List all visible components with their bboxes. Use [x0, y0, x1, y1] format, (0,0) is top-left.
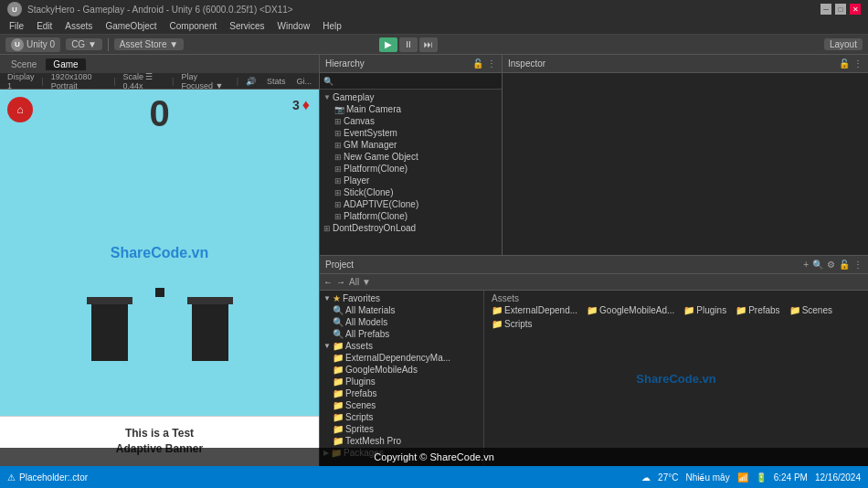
inspector-panel: Inspector 🔓 ⋮: [503, 55, 868, 255]
project-panel: Project + 🔍 ⚙ 🔓 ⋮ ← → All ▼ ▼ ★ Favorit: [320, 256, 868, 466]
menu-services[interactable]: Services: [224, 20, 270, 32]
inspector-content: [503, 73, 868, 255]
project-forward-icon[interactable]: →: [336, 277, 345, 287]
platform-group: [91, 297, 228, 361]
asset-store-pill[interactable]: Asset Store ▼: [114, 38, 184, 50]
asset-googlemobile[interactable]: 📁 GoogleMobileAd...: [583, 304, 678, 316]
pause-button[interactable]: ⏸: [399, 37, 418, 52]
maximize-button[interactable]: □: [835, 4, 846, 15]
battery-icon: 🔋: [756, 472, 767, 483]
tree-item-newgameobject[interactable]: ⊞ New Game Object: [320, 151, 502, 163]
tree-item-stick[interactable]: ⊞ Stick(Clone): [320, 186, 502, 198]
project-lock-icon[interactable]: 🔓: [839, 260, 850, 270]
gizmos-btn[interactable]: Gi...: [292, 77, 315, 86]
scale-control[interactable]: Scale ☰ 0.44x: [119, 72, 168, 90]
project-search-icon[interactable]: 🔍: [812, 260, 823, 270]
game-content: ⌂ 0 3 ♦: [0, 90, 319, 416]
asset-extdep[interactable]: 📁 ExternalDepend...: [488, 304, 581, 316]
resolution-select[interactable]: 1920x1080 Portrait: [48, 72, 110, 90]
textmesh-item[interactable]: 📁 TextMesh Pro: [320, 435, 483, 447]
item-label: Stick(Clone): [344, 187, 393, 197]
tree-item-gmmanager[interactable]: ⊞ GM Manager: [320, 139, 502, 151]
tab-scene[interactable]: Scene: [4, 58, 44, 70]
project-back-icon[interactable]: ←: [323, 277, 333, 287]
menu-edit[interactable]: Edit: [31, 20, 58, 32]
scripts-item[interactable]: 📁 Scripts: [320, 411, 483, 423]
asset-plugins[interactable]: 📁 Plugins: [680, 304, 730, 316]
item-label: DontDestroyOnLoad: [333, 223, 416, 233]
game-home-button[interactable]: ⌂: [7, 97, 33, 122]
cg-pill[interactable]: CG ▼: [66, 38, 102, 50]
google-ads-item[interactable]: 📁 GoogleMobileAds: [320, 364, 483, 376]
tree-item-dontdestroy[interactable]: ⊞ DontDestroyOnLoad: [320, 222, 502, 234]
menu-assets[interactable]: Assets: [59, 20, 98, 32]
asset-label: Scenes: [802, 305, 832, 315]
tree-item-platform1[interactable]: ⊞ Platform(Clone): [320, 163, 502, 175]
unity-label: Unity 0: [26, 39, 55, 49]
mute-audio[interactable]: 🔊: [242, 77, 259, 86]
plugins-item[interactable]: 📁 Plugins: [320, 376, 483, 387]
tree-item-maincamera[interactable]: 📷 Main Camera: [320, 103, 502, 115]
folder-icon: 📁: [333, 424, 344, 434]
all-prefabs-item[interactable]: 🔍 All Prefabs: [320, 328, 483, 340]
stats-btn[interactable]: Stats: [263, 77, 290, 86]
item-label: Main Camera: [346, 104, 401, 114]
scenes-item[interactable]: 📁 Scenes: [320, 399, 483, 411]
tree-item-gameplay[interactable]: ▼ Gameplay: [320, 91, 502, 103]
all-models-item[interactable]: 🔍 All Models: [320, 316, 483, 328]
inspector-lock-icon[interactable]: 🔓: [839, 58, 850, 69]
tree-item-canvas[interactable]: ⊞ Canvas: [320, 115, 502, 127]
platform-icon: ⊞: [334, 164, 342, 174]
sprites-item[interactable]: 📁 Sprites: [320, 423, 483, 435]
tree-item-platform2[interactable]: ⊞ Platform(Clone): [320, 210, 502, 222]
favorites-group[interactable]: ▼ ★ Favorites: [320, 292, 483, 304]
project-gear-icon[interactable]: ⚙: [827, 260, 835, 270]
project-add-icon[interactable]: +: [803, 260, 809, 270]
unity-version-pill[interactable]: U Unity 0: [5, 37, 60, 52]
menu-component[interactable]: Component: [164, 20, 223, 32]
asset-scripts[interactable]: 📁 Scripts: [488, 318, 536, 330]
menu-help[interactable]: Help: [317, 20, 347, 32]
menu-gameobject[interactable]: GameObject: [100, 20, 162, 32]
item-label: Plugins: [345, 377, 376, 387]
event-icon: ⊞: [334, 129, 342, 138]
titlebar: U StackyHero - Gameplay - Android - Unit…: [0, 0, 868, 18]
toolbar: U Unity 0 CG ▼ Asset Store ▼ ▶ ⏸ ⏭ Layou…: [0, 35, 868, 55]
hierarchy-search-input[interactable]: [333, 76, 498, 86]
asset-scenes[interactable]: 📁 Scenes: [786, 304, 836, 316]
play-button[interactable]: ▶: [379, 37, 397, 52]
assets-group[interactable]: ▼ 📁 Assets: [320, 340, 483, 352]
close-button[interactable]: ✕: [850, 4, 861, 15]
item-label: Scenes: [345, 400, 376, 410]
search-icon: 🔍: [323, 77, 333, 86]
toolbar-right: Layout: [824, 38, 863, 50]
all-materials-item[interactable]: 🔍 All Materials: [320, 304, 483, 316]
right-top-row: Hierarchy 🔓 ⋮ 🔍 ▼ Gameplay 📷 Main Camer: [320, 55, 868, 256]
tree-item-adaptive[interactable]: ⊞ ADAPTIVE(Clone): [320, 198, 502, 210]
inspector-menu-icon[interactable]: ⋮: [853, 58, 863, 69]
asset-prefabs[interactable]: 📁 Prefabs: [732, 304, 783, 316]
prefabs-item[interactable]: 📁 Prefabs: [320, 387, 483, 399]
project-title: Project: [325, 260, 799, 270]
item-label: GM Manager: [344, 140, 397, 150]
temperature: 27°C: [658, 472, 678, 483]
tree-item-eventsystem[interactable]: ⊞ EventSystem: [320, 127, 502, 139]
menu-window[interactable]: Window: [272, 20, 316, 32]
asset-label: Prefabs: [748, 305, 779, 315]
tree-item-player[interactable]: ⊞ Player: [320, 175, 502, 186]
minimize-button[interactable]: ─: [820, 4, 831, 15]
project-menu-icon[interactable]: ⋮: [853, 260, 863, 270]
assets-label: Assets: [345, 341, 373, 351]
ext-dep-item[interactable]: 📁 ExternalDependencyMa...: [320, 352, 483, 364]
menu-file[interactable]: File: [4, 20, 29, 32]
play-focused[interactable]: Play Focused ▼: [177, 72, 232, 90]
hierarchy-menu-icon[interactable]: ⋮: [487, 58, 496, 69]
step-button[interactable]: ⏭: [419, 37, 438, 52]
tab-game[interactable]: Game: [46, 58, 85, 70]
display-select[interactable]: Display 1: [4, 72, 38, 90]
layout-pill[interactable]: Layout: [824, 38, 863, 50]
hierarchy-lock-icon[interactable]: 🔓: [472, 58, 483, 69]
game-watermark: ShareCode.vn: [111, 245, 209, 261]
folder-icon: 📁: [492, 319, 503, 329]
status-right: ☁ 27°C Nhiều mây 📶 🔋 6:24 PM 12/16/2024: [641, 472, 861, 483]
